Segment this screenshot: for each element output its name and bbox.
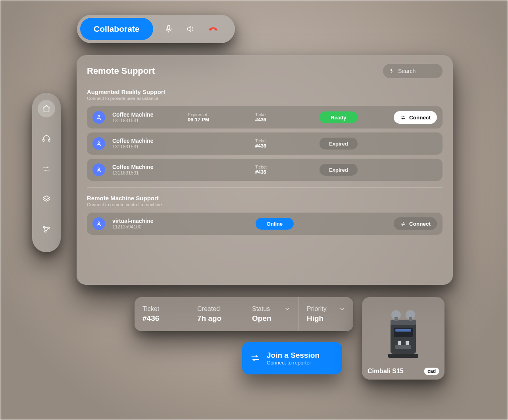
cell-label: Priority: [307, 305, 327, 313]
ticket-label: Ticket: [255, 138, 311, 143]
connect-button[interactable]: Connect: [394, 217, 437, 230]
device-image: [368, 302, 439, 368]
join-session-button[interactable]: Join a Session Connect to reporter: [242, 342, 342, 374]
row-id: 1311831531: [112, 170, 188, 176]
user-icon: [92, 137, 105, 150]
svg-rect-1: [43, 139, 44, 142]
ticket-label: Ticket: [255, 165, 311, 169]
svg-rect-6: [391, 69, 392, 71]
ticket-value: #436: [255, 143, 311, 149]
row-name: Coffee Machine: [112, 164, 188, 170]
sidebar-item-graph[interactable]: [38, 221, 55, 238]
row-id: 11213594100: [112, 224, 247, 230]
svg-rect-0: [167, 25, 170, 30]
ar-section-subtitle: Connect to provide user assistance.: [87, 96, 443, 101]
session-row[interactable]: virtual-machine 11213594100 Online Conne…: [87, 213, 443, 235]
cell-value: 7h ago: [197, 314, 236, 323]
swap-icon: [250, 353, 260, 363]
cell-value: High: [307, 314, 345, 323]
ticket-cell-priority[interactable]: Priority High: [299, 297, 353, 331]
session-row[interactable]: Coffee Machine 1311831531 Ticket #436 Ex…: [87, 132, 443, 155]
svg-rect-22: [394, 328, 413, 337]
sidebar: [32, 93, 61, 252]
svg-rect-18: [409, 317, 412, 321]
ticket-label: Ticket: [255, 112, 311, 117]
ticket-value: #436: [255, 117, 311, 123]
remote-support-panel: Remote Support Search Augmented Reality …: [77, 55, 453, 285]
row-name: virtual-machine: [112, 218, 247, 224]
svg-rect-20: [398, 341, 401, 345]
search-placeholder: Search: [398, 68, 416, 74]
swap-icon: [400, 221, 406, 227]
status-badge: Ready: [319, 111, 358, 123]
svg-rect-21: [406, 341, 409, 345]
device-tag: cad: [424, 368, 439, 375]
device-name: Cimbali S15: [368, 368, 404, 375]
row-name: Coffee Machine: [112, 138, 188, 144]
rm-section-title: Remote Machine Support: [87, 195, 443, 201]
user-icon: [92, 111, 105, 124]
speaker-icon[interactable]: [184, 22, 198, 36]
expires-value: 06:17 PM: [188, 117, 255, 123]
row-id: 1311831531: [112, 118, 188, 123]
svg-rect-13: [391, 320, 416, 325]
swap-icon: [400, 115, 406, 121]
sidebar-item-support[interactable]: [38, 130, 55, 148]
microphone-icon[interactable]: [162, 22, 175, 36]
join-title: Join a Session: [267, 351, 319, 360]
svg-point-11: [98, 222, 100, 223]
divider: [87, 187, 443, 188]
ticket-cell-status[interactable]: Status Open: [244, 297, 299, 331]
cell-label: Created: [197, 305, 236, 313]
page-title: Remote Support: [87, 66, 155, 76]
row-id: 1311831531: [112, 144, 188, 150]
svg-rect-17: [394, 317, 398, 321]
expires-label: Expires at: [188, 112, 255, 117]
cell-value: #436: [142, 314, 181, 323]
svg-rect-14: [388, 354, 418, 358]
sidebar-item-transfer[interactable]: [38, 160, 55, 178]
chevron-down-icon: [339, 306, 345, 312]
cell-label: Ticket: [142, 305, 181, 313]
svg-point-10: [98, 168, 100, 169]
device-card[interactable]: Cimbali S15 cad: [362, 297, 444, 380]
svg-rect-7: [391, 73, 391, 73]
hangup-icon[interactable]: [206, 22, 220, 36]
sidebar-item-home[interactable]: [38, 100, 55, 117]
ar-section-title: Augmented Reality Support: [87, 88, 443, 95]
svg-rect-23: [395, 329, 411, 332]
status-badge: Expired: [319, 138, 358, 150]
svg-point-9: [98, 142, 100, 143]
session-row[interactable]: Coffee Machine 1311831531 Ticket #436 Ex…: [87, 159, 443, 181]
connect-label: Connect: [409, 221, 431, 227]
chevron-down-icon: [284, 306, 291, 312]
svg-point-8: [98, 115, 100, 117]
ticket-strip: Ticket #436 Created 7h ago Status Open P…: [135, 297, 353, 331]
user-icon: [92, 163, 105, 176]
ticket-value: #436: [255, 169, 311, 175]
join-subtitle: Connect to reporter: [267, 360, 311, 366]
ticket-cell-ticket: Ticket #436: [135, 297, 189, 331]
connect-button[interactable]: Connect: [394, 111, 437, 124]
row-name: Coffee Machine: [112, 111, 188, 118]
status-badge: Online: [256, 218, 294, 230]
rm-section-subtitle: Connect to remote control a machine.: [87, 202, 443, 207]
svg-rect-19: [395, 345, 411, 349]
call-bar: Collaborate: [77, 15, 235, 43]
ticket-cell-created: Created 7h ago: [189, 297, 244, 331]
cell-value: Open: [252, 314, 291, 323]
sidebar-item-layers[interactable]: [38, 190, 55, 208]
session-row[interactable]: Coffee Machine 1311831531 Expires at 06:…: [87, 106, 443, 128]
status-badge: Expired: [319, 164, 358, 176]
collaborate-button[interactable]: Collaborate: [80, 18, 153, 40]
cell-label: Status: [252, 305, 270, 313]
microphone-icon: [389, 68, 394, 74]
connect-label: Connect: [409, 115, 431, 121]
user-icon: [92, 217, 105, 230]
search-input[interactable]: Search: [383, 64, 443, 78]
svg-rect-2: [49, 139, 50, 142]
